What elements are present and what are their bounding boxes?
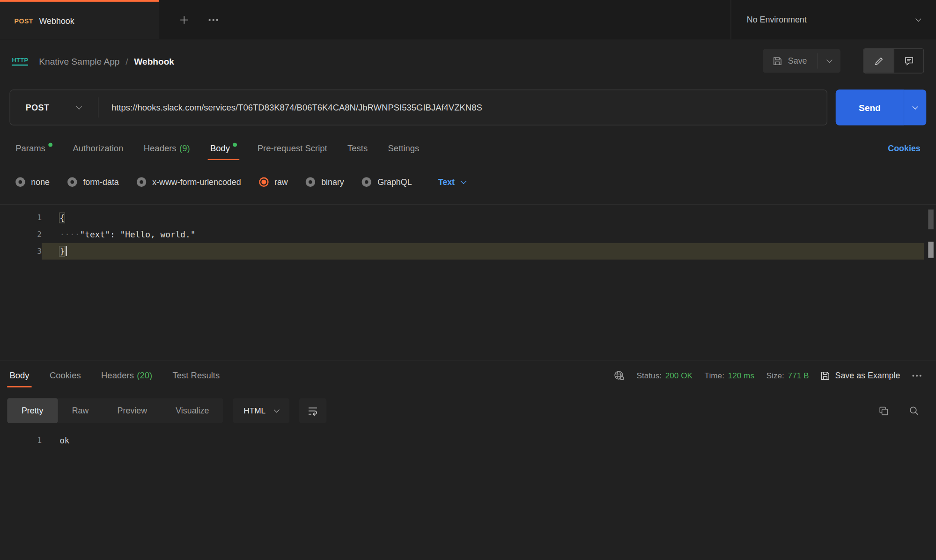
radio-binary[interactable]: binary — [306, 177, 344, 187]
url-bar: POST https://hooks.slack.com/services/T0… — [9, 89, 926, 125]
tab-bar: POST Webhook No Environment — [0, 0, 936, 39]
response-tab-cookies[interactable]: Cookies — [50, 361, 81, 390]
radio-graphql[interactable]: GraphQL — [362, 177, 412, 187]
tab-authorization[interactable]: Authorization — [73, 133, 123, 163]
language-label: Text — [438, 177, 455, 187]
radio-none[interactable]: none — [15, 177, 50, 187]
breadcrumb-collection[interactable]: Knative Sample App — [39, 56, 119, 66]
request-side-actions — [863, 48, 924, 74]
tab-label: Headers — [101, 371, 134, 380]
send-options-button[interactable] — [904, 89, 926, 125]
request-name[interactable]: Webhook — [134, 56, 174, 66]
radio-label: form-data — [83, 177, 118, 187]
request-tab[interactable]: POST Webhook — [0, 0, 159, 39]
comments-button[interactable] — [893, 49, 923, 73]
tab-headers[interactable]: Headers (9) — [144, 133, 190, 163]
editor-scrollbar-thumb[interactable] — [928, 209, 933, 229]
response-tab-test-results[interactable]: Test Results — [172, 361, 220, 390]
search-button[interactable] — [909, 405, 920, 416]
tab-method-label: POST — [15, 17, 33, 24]
code-line: ····"text": "Hello, world." — [42, 226, 924, 243]
text-cursor — [66, 246, 67, 256]
save-button[interactable]: Save — [763, 49, 817, 73]
http-request-icon: HTTP — [12, 56, 28, 65]
editor-line: 2 ····"text": "Hello, world." — [0, 226, 936, 243]
radio-icon — [15, 177, 25, 187]
response-tab-body[interactable]: Body — [9, 361, 29, 390]
radio-label: GraphQL — [377, 177, 412, 187]
breadcrumb: Knative Sample App / Webhook — [39, 56, 174, 66]
response-tab-headers[interactable]: Headers (20) — [101, 361, 152, 390]
comment-icon — [904, 56, 914, 66]
radio-form-data[interactable]: form-data — [67, 177, 119, 187]
time-label: Time: — [705, 371, 724, 380]
request-body-editor[interactable]: 1 { 2 ····"text": "Hello, world." 3 } — [0, 204, 936, 361]
new-tab-button[interactable] — [179, 15, 189, 25]
request-tabs: Params Authorization Headers (9) Body Pr… — [0, 133, 936, 163]
tab-body[interactable]: Body — [210, 133, 237, 163]
format-dropdown[interactable]: HTML — [233, 398, 289, 423]
view-mode-visualize[interactable]: Visualize — [162, 398, 223, 423]
copy-button[interactable] — [879, 405, 889, 416]
search-icon — [909, 405, 920, 416]
network-globe-icon — [614, 370, 625, 381]
editor-scrollbar-cursor-marker[interactable] — [928, 242, 933, 258]
tab-title: Webhook — [39, 16, 74, 25]
radio-urlencoded[interactable]: x-www-form-urlencoded — [137, 177, 241, 187]
url-box: POST https://hooks.slack.com/services/T0… — [9, 89, 827, 125]
tab-actions — [159, 0, 218, 39]
size-value: 771 B — [788, 371, 809, 380]
save-icon — [773, 56, 782, 65]
cookies-link[interactable]: Cookies — [888, 143, 920, 153]
tab-label: Params — [15, 143, 45, 153]
code-text: "text": "Hello, world." — [80, 230, 195, 239]
radio-icon — [137, 177, 146, 187]
radio-icon-selected — [259, 177, 268, 187]
modified-dot — [233, 142, 237, 147]
breadcrumb-separator: / — [125, 56, 128, 66]
view-mode-preview[interactable]: Preview — [103, 398, 162, 423]
save-icon — [821, 371, 830, 380]
pencil-icon — [874, 56, 883, 65]
environment-selector[interactable]: No Environment — [730, 0, 936, 39]
line-number: 1 — [0, 209, 42, 226]
view-mode-pretty[interactable]: Pretty — [7, 398, 58, 423]
radio-icon — [67, 177, 77, 187]
radio-label: binary — [321, 177, 344, 187]
chevron-down-icon — [826, 57, 832, 63]
response-body-viewer[interactable]: 1 ok — [0, 433, 936, 448]
edit-request-button[interactable] — [864, 49, 894, 73]
format-label: HTML — [243, 406, 265, 415]
method-dropdown[interactable]: POST — [10, 103, 98, 112]
response-options-button[interactable] — [912, 374, 921, 377]
radio-raw[interactable]: raw — [259, 177, 288, 187]
status-badge: Status: 200 OK — [636, 371, 693, 380]
save-options-button[interactable] — [818, 49, 840, 73]
environment-label: No Environment — [747, 15, 807, 24]
tab-params[interactable]: Params — [15, 133, 52, 163]
save-as-example-button[interactable]: Save as Example — [821, 371, 900, 380]
editor-line: 1 { — [0, 209, 936, 226]
time-value: 120 ms — [728, 371, 754, 380]
tab-settings[interactable]: Settings — [388, 133, 420, 163]
tab-bar-spacer — [219, 0, 731, 39]
language-dropdown[interactable]: Text — [438, 177, 465, 187]
code-text: } — [59, 246, 65, 256]
send-button[interactable]: Send — [836, 89, 904, 125]
app-root: POST Webhook No Environment HTTP Knative… — [0, 0, 936, 560]
tab-options-button[interactable] — [208, 18, 219, 21]
view-mode-raw[interactable]: Raw — [58, 398, 103, 423]
size-label: Size: — [766, 371, 784, 380]
response-toolbar: Pretty Raw Preview Visualize HTML — [7, 398, 929, 423]
response-body-actions — [879, 405, 920, 416]
line-number: 2 — [0, 226, 42, 243]
url-input[interactable]: https://hooks.slack.com/services/T06TD83… — [98, 103, 482, 112]
response-text: ok — [42, 433, 69, 448]
tab-label: Test Results — [172, 371, 220, 380]
tab-label: Pre-request Script — [258, 143, 327, 153]
tab-tests[interactable]: Tests — [347, 133, 368, 163]
tab-prerequest-script[interactable]: Pre-request Script — [258, 133, 327, 163]
wrap-lines-button[interactable] — [299, 398, 327, 423]
save-as-example-label: Save as Example — [835, 371, 900, 380]
view-mode-group: Pretty Raw Preview Visualize — [7, 398, 223, 423]
